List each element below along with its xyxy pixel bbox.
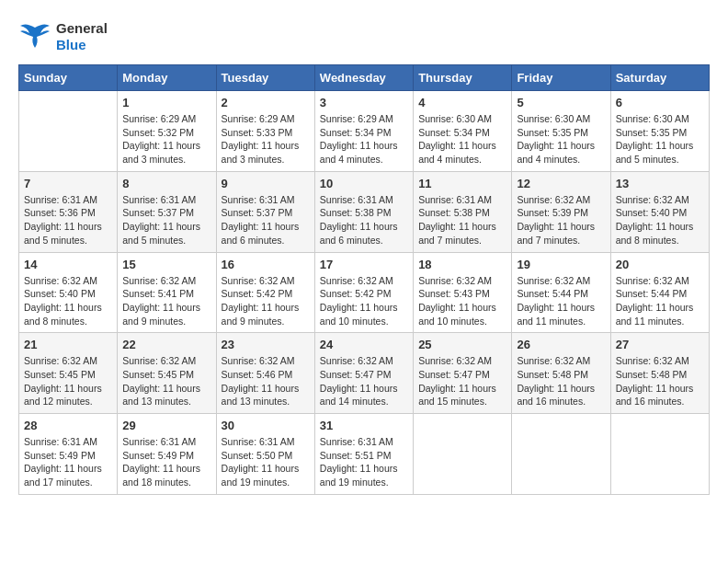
day-number: 12 bbox=[517, 177, 605, 190]
day-number: 10 bbox=[320, 177, 408, 190]
day-info: Sunrise: 6:32 AM Sunset: 5:46 PM Dayligh… bbox=[222, 354, 310, 408]
day-number: 21 bbox=[24, 338, 112, 351]
calendar-cell: 14Sunrise: 6:32 AM Sunset: 5:40 PM Dayli… bbox=[19, 252, 118, 333]
day-info: Sunrise: 6:32 AM Sunset: 5:47 PM Dayligh… bbox=[418, 354, 506, 408]
calendar-cell: 13Sunrise: 6:32 AM Sunset: 5:40 PM Dayli… bbox=[610, 171, 709, 252]
calendar-cell: 16Sunrise: 6:32 AM Sunset: 5:42 PM Dayli… bbox=[216, 252, 314, 333]
day-number: 1 bbox=[122, 96, 210, 109]
day-number: 24 bbox=[320, 338, 408, 351]
day-info: Sunrise: 6:31 AM Sunset: 5:51 PM Dayligh… bbox=[320, 435, 408, 489]
calendar-cell: 17Sunrise: 6:32 AM Sunset: 5:42 PM Dayli… bbox=[314, 252, 413, 333]
weekday-wednesday: Wednesday bbox=[314, 65, 413, 91]
weekday-monday: Monday bbox=[118, 65, 216, 91]
calendar-cell: 2Sunrise: 6:29 AM Sunset: 5:33 PM Daylig… bbox=[216, 91, 314, 172]
calendar-cell: 11Sunrise: 6:31 AM Sunset: 5:38 PM Dayli… bbox=[414, 171, 512, 252]
day-number: 19 bbox=[517, 258, 605, 271]
day-number: 6 bbox=[616, 96, 704, 109]
page-header: General Blue bbox=[18, 18, 710, 55]
day-number: 2 bbox=[222, 96, 310, 109]
day-info: Sunrise: 6:31 AM Sunset: 5:37 PM Dayligh… bbox=[122, 193, 210, 247]
day-number: 11 bbox=[418, 177, 506, 190]
calendar-cell: 25Sunrise: 6:32 AM Sunset: 5:47 PM Dayli… bbox=[414, 333, 512, 414]
day-info: Sunrise: 6:29 AM Sunset: 5:32 PM Dayligh… bbox=[122, 112, 210, 167]
logo: General Blue bbox=[18, 18, 108, 55]
calendar-week-2: 7Sunrise: 6:31 AM Sunset: 5:36 PM Daylig… bbox=[19, 171, 710, 252]
calendar-cell: 9Sunrise: 6:31 AM Sunset: 5:37 PM Daylig… bbox=[216, 171, 314, 252]
logo-general: General bbox=[56, 20, 108, 37]
day-info: Sunrise: 6:31 AM Sunset: 5:37 PM Dayligh… bbox=[222, 193, 310, 247]
day-number: 26 bbox=[517, 338, 605, 351]
day-number: 31 bbox=[320, 419, 408, 432]
day-info: Sunrise: 6:32 AM Sunset: 5:47 PM Dayligh… bbox=[320, 354, 408, 408]
calendar-cell: 7Sunrise: 6:31 AM Sunset: 5:36 PM Daylig… bbox=[19, 171, 118, 252]
day-number: 8 bbox=[122, 177, 210, 190]
logo-bird-icon bbox=[18, 18, 51, 52]
day-info: Sunrise: 6:32 AM Sunset: 5:42 PM Dayligh… bbox=[222, 274, 310, 328]
day-number: 28 bbox=[24, 419, 112, 432]
day-info: Sunrise: 6:31 AM Sunset: 5:49 PM Dayligh… bbox=[24, 435, 112, 489]
calendar-cell: 6Sunrise: 6:30 AM Sunset: 5:35 PM Daylig… bbox=[610, 91, 709, 172]
calendar-cell: 29Sunrise: 6:31 AM Sunset: 5:49 PM Dayli… bbox=[118, 414, 216, 495]
weekday-sunday: Sunday bbox=[19, 65, 118, 91]
calendar-cell: 23Sunrise: 6:32 AM Sunset: 5:46 PM Dayli… bbox=[216, 333, 314, 414]
calendar-body: 1Sunrise: 6:29 AM Sunset: 5:32 PM Daylig… bbox=[19, 91, 710, 495]
day-info: Sunrise: 6:30 AM Sunset: 5:34 PM Dayligh… bbox=[418, 112, 506, 167]
day-info: Sunrise: 6:31 AM Sunset: 5:50 PM Dayligh… bbox=[222, 435, 310, 489]
calendar-cell: 18Sunrise: 6:32 AM Sunset: 5:43 PM Dayli… bbox=[414, 252, 512, 333]
weekday-thursday: Thursday bbox=[414, 65, 512, 91]
day-info: Sunrise: 6:32 AM Sunset: 5:48 PM Dayligh… bbox=[616, 354, 704, 408]
day-number: 27 bbox=[616, 338, 704, 351]
day-info: Sunrise: 6:32 AM Sunset: 5:45 PM Dayligh… bbox=[24, 354, 112, 408]
day-info: Sunrise: 6:32 AM Sunset: 5:40 PM Dayligh… bbox=[24, 274, 112, 328]
day-info: Sunrise: 6:29 AM Sunset: 5:34 PM Dayligh… bbox=[320, 112, 408, 167]
day-number: 13 bbox=[616, 177, 704, 190]
logo-blue: Blue bbox=[56, 37, 108, 53]
day-info: Sunrise: 6:32 AM Sunset: 5:43 PM Dayligh… bbox=[418, 274, 506, 328]
day-info: Sunrise: 6:30 AM Sunset: 5:35 PM Dayligh… bbox=[517, 112, 605, 167]
day-number: 20 bbox=[616, 258, 704, 271]
day-info: Sunrise: 6:32 AM Sunset: 5:45 PM Dayligh… bbox=[122, 354, 210, 408]
day-info: Sunrise: 6:32 AM Sunset: 5:44 PM Dayligh… bbox=[616, 274, 704, 328]
calendar-cell: 10Sunrise: 6:31 AM Sunset: 5:38 PM Dayli… bbox=[314, 171, 413, 252]
day-number: 5 bbox=[517, 96, 605, 109]
calendar-cell: 12Sunrise: 6:32 AM Sunset: 5:39 PM Dayli… bbox=[512, 171, 610, 252]
calendar-cell: 8Sunrise: 6:31 AM Sunset: 5:37 PM Daylig… bbox=[118, 171, 216, 252]
calendar-week-3: 14Sunrise: 6:32 AM Sunset: 5:40 PM Dayli… bbox=[19, 252, 710, 333]
day-info: Sunrise: 6:32 AM Sunset: 5:39 PM Dayligh… bbox=[517, 193, 605, 247]
day-number: 17 bbox=[320, 258, 408, 271]
calendar-cell: 5Sunrise: 6:30 AM Sunset: 5:35 PM Daylig… bbox=[512, 91, 610, 172]
day-info: Sunrise: 6:32 AM Sunset: 5:48 PM Dayligh… bbox=[517, 354, 605, 408]
calendar-cell: 20Sunrise: 6:32 AM Sunset: 5:44 PM Dayli… bbox=[610, 252, 709, 333]
day-number: 15 bbox=[122, 258, 210, 271]
day-number: 16 bbox=[222, 258, 310, 271]
calendar-cell: 22Sunrise: 6:32 AM Sunset: 5:45 PM Dayli… bbox=[118, 333, 216, 414]
day-number: 7 bbox=[24, 177, 112, 190]
day-number: 29 bbox=[122, 419, 210, 432]
day-number: 22 bbox=[122, 338, 210, 351]
day-number: 30 bbox=[222, 419, 310, 432]
day-info: Sunrise: 6:32 AM Sunset: 5:40 PM Dayligh… bbox=[616, 193, 704, 247]
calendar-cell: 1Sunrise: 6:29 AM Sunset: 5:32 PM Daylig… bbox=[118, 91, 216, 172]
weekday-friday: Friday bbox=[512, 65, 610, 91]
calendar-cell: 19Sunrise: 6:32 AM Sunset: 5:44 PM Dayli… bbox=[512, 252, 610, 333]
day-info: Sunrise: 6:31 AM Sunset: 5:36 PM Dayligh… bbox=[24, 193, 112, 247]
day-info: Sunrise: 6:31 AM Sunset: 5:38 PM Dayligh… bbox=[320, 193, 408, 247]
calendar-cell: 24Sunrise: 6:32 AM Sunset: 5:47 PM Dayli… bbox=[314, 333, 413, 414]
day-info: Sunrise: 6:31 AM Sunset: 5:38 PM Dayligh… bbox=[418, 193, 506, 247]
day-number: 4 bbox=[418, 96, 506, 109]
calendar-week-5: 28Sunrise: 6:31 AM Sunset: 5:49 PM Dayli… bbox=[19, 414, 710, 495]
day-number: 23 bbox=[222, 338, 310, 351]
day-info: Sunrise: 6:29 AM Sunset: 5:33 PM Dayligh… bbox=[222, 112, 310, 167]
weekday-saturday: Saturday bbox=[610, 65, 709, 91]
calendar-cell: 15Sunrise: 6:32 AM Sunset: 5:41 PM Dayli… bbox=[118, 252, 216, 333]
calendar-cell: 28Sunrise: 6:31 AM Sunset: 5:49 PM Dayli… bbox=[19, 414, 118, 495]
day-info: Sunrise: 6:30 AM Sunset: 5:35 PM Dayligh… bbox=[616, 112, 704, 167]
calendar-cell: 31Sunrise: 6:31 AM Sunset: 5:51 PM Dayli… bbox=[314, 414, 413, 495]
calendar-week-4: 21Sunrise: 6:32 AM Sunset: 5:45 PM Dayli… bbox=[19, 333, 710, 414]
day-info: Sunrise: 6:31 AM Sunset: 5:49 PM Dayligh… bbox=[122, 435, 210, 489]
day-info: Sunrise: 6:32 AM Sunset: 5:42 PM Dayligh… bbox=[320, 274, 408, 328]
day-number: 3 bbox=[320, 96, 408, 109]
calendar-cell: 21Sunrise: 6:32 AM Sunset: 5:45 PM Dayli… bbox=[19, 333, 118, 414]
day-number: 18 bbox=[418, 258, 506, 271]
calendar-week-1: 1Sunrise: 6:29 AM Sunset: 5:32 PM Daylig… bbox=[19, 91, 710, 172]
